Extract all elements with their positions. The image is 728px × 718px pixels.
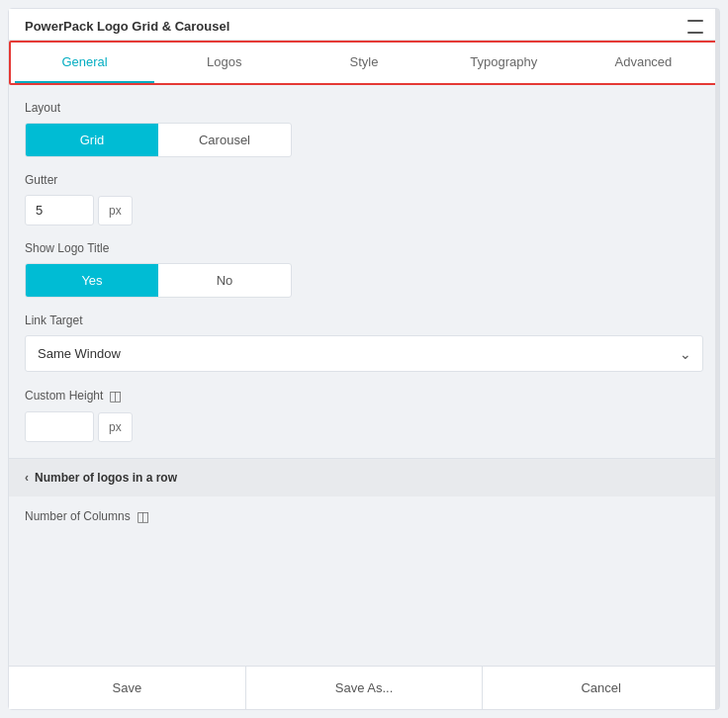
tabs-container: General Logos Style Typography Advanced <box>9 41 719 85</box>
show-logo-title-no-button[interactable]: No <box>158 264 291 297</box>
collapsible-section: ‹ Number of logos in a row <box>9 458 719 496</box>
monitor-icon: ◫ <box>109 388 122 404</box>
save-button[interactable]: Save <box>9 667 246 709</box>
custom-height-label-row: Custom Height ◫ <box>25 388 703 404</box>
custom-height-input[interactable] <box>25 411 94 442</box>
cancel-button[interactable]: Cancel <box>483 667 719 709</box>
collapse-arrow-icon: ‹ <box>25 471 29 485</box>
menu-icon[interactable] <box>687 20 703 34</box>
settings-panel: PowerPack Logo Grid & Carousel General L… <box>8 8 720 710</box>
layout-grid-button[interactable]: Grid <box>26 124 158 156</box>
custom-height-row: px <box>25 411 703 442</box>
collapsible-header[interactable]: ‹ Number of logos in a row <box>25 471 703 485</box>
panel-content: Layout Grid Carousel Gutter px Show Logo… <box>9 85 719 666</box>
link-target-container: Same Window New Window ⌄ <box>25 335 703 372</box>
tab-typography[interactable]: Typography <box>434 43 574 83</box>
layout-toggle-group: Grid Carousel <box>25 123 292 157</box>
custom-height-label: Custom Height <box>25 389 103 403</box>
custom-height-unit: px <box>98 412 133 442</box>
columns-monitor-icon: ◫ <box>136 508 149 524</box>
collapsible-label: Number of logos in a row <box>35 471 177 485</box>
show-logo-title-yes-button[interactable]: Yes <box>26 264 158 297</box>
panel-title: PowerPack Logo Grid & Carousel <box>25 19 229 34</box>
number-of-columns-label: Number of Columns <box>25 509 131 523</box>
link-target-label: Link Target <box>25 314 703 327</box>
gutter-input[interactable] <box>25 195 94 225</box>
tab-style[interactable]: Style <box>294 43 433 83</box>
gutter-row: px <box>25 195 703 225</box>
panel-footer: Save Save As... Cancel <box>9 666 719 709</box>
number-of-columns-label-row: Number of Columns ◫ <box>25 508 703 524</box>
gutter-label: Gutter <box>25 173 703 187</box>
tabs: General Logos Style Typography Advanced <box>11 43 717 83</box>
save-as-button[interactable]: Save As... <box>246 667 484 709</box>
inner-section: Number of Columns ◫ <box>9 496 719 540</box>
show-logo-title-label: Show Logo Title <box>25 241 703 255</box>
gutter-unit: px <box>98 196 133 225</box>
show-logo-title-toggle-group: Yes No <box>25 263 292 298</box>
resize-handle[interactable] <box>715 9 719 709</box>
tab-advanced[interactable]: Advanced <box>574 43 713 83</box>
tab-general[interactable]: General <box>15 43 154 83</box>
link-target-select[interactable]: Same Window New Window <box>25 335 703 372</box>
panel-header: PowerPack Logo Grid & Carousel <box>9 9 719 41</box>
tab-logos[interactable]: Logos <box>154 43 294 83</box>
layout-label: Layout <box>25 101 703 115</box>
layout-carousel-button[interactable]: Carousel <box>158 124 291 156</box>
